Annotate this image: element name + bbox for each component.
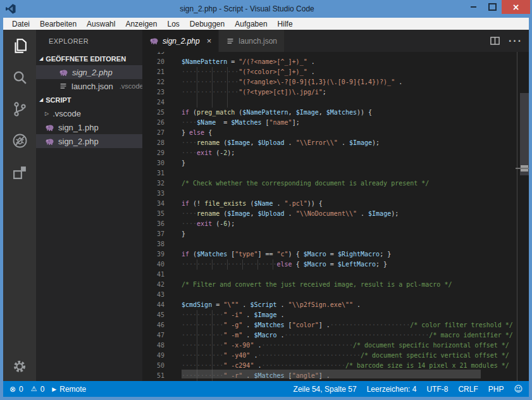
tab-launch-json[interactable]: launch.json [219, 30, 284, 52]
status-leerzeichen-4[interactable]: Leerzeichen: 4 [367, 385, 417, 394]
line-number: 33 [142, 189, 164, 199]
activity-search[interactable] [3, 61, 36, 93]
status-remote[interactable]: ▶Remote [52, 385, 86, 394]
menu-item-anzeigen[interactable]: Anzeigen [120, 20, 162, 28]
status-utf-8[interactable]: UTF-8 [426, 385, 448, 394]
code-line: 42/* Filter and convert the just receive… [142, 280, 529, 290]
status-zeile-54-spalte-57[interactable]: Zeile 54, Spalte 57 [294, 385, 357, 394]
code-line: 47···········" -m" . $Macro .···········… [142, 330, 529, 341]
line-content: } [164, 230, 185, 237]
item-label: launch.json [71, 82, 113, 91]
status-php[interactable]: PHP [488, 385, 504, 394]
activity-extensions[interactable] [3, 156, 36, 188]
line-content: ····exit (-6); [164, 220, 235, 227]
close-button[interactable]: × [502, 0, 530, 14]
line-number: 44 [142, 300, 164, 310]
maximize-button[interactable] [483, 0, 502, 14]
minimize-icon [471, 6, 476, 8]
more-button[interactable]: ··· [509, 35, 523, 47]
code-line: 38 [142, 239, 529, 249]
line-number: 46 [142, 320, 164, 330]
line-number: 25 [142, 108, 164, 118]
split-editor-button[interactable] [490, 35, 500, 46]
line-content: if (preg_match ($NamePattern, $Image, $M… [164, 109, 372, 116]
line-number: 34 [142, 199, 164, 209]
close-icon[interactable]: × [207, 37, 212, 45]
indent-guide [212, 259, 213, 270]
line-content: ···········" -y40" .····················… [164, 352, 509, 359]
code-line: 39if ($Matches ["type"] == "c") { $Macro… [142, 249, 529, 259]
line-number: 50 [142, 361, 164, 371]
window-title: sign_2.php - Script - Visual Studio Code [38, 0, 456, 18]
line-number: 35 [142, 209, 164, 219]
vscode-window: sign_2.php - Script - Visual Studio Code… [0, 0, 532, 400]
code-line: 19 [142, 52, 529, 57]
code-line: 41 [142, 270, 529, 280]
line-number: 28 [142, 138, 164, 148]
code-editor[interactable]: 1920$NamePattern = "/(?<name>[^_]+)_" .2… [142, 52, 529, 381]
line-content: ···············"(?<angle>\-?[0-9]{1,3}(\… [164, 78, 402, 85]
status-bar: ⊗0⚠0▶Remote Zeile 54, Spalte 57Leerzeich… [3, 381, 529, 397]
line-content: ····exit (-2); [164, 149, 235, 156]
status-0[interactable]: ⚠0 [31, 385, 45, 394]
line-number: 37 [142, 229, 164, 239]
section-header-script[interactable]: ◢SCRIPT [36, 93, 142, 106]
line-number: 20 [142, 57, 164, 67]
line-number: 47 [142, 330, 164, 341]
activity-files[interactable] [3, 30, 36, 61]
menu-item-aufgaben[interactable]: Aufgaben [230, 20, 272, 28]
code-line: 21···············"(?<color>[^_]+)_" . [142, 67, 529, 77]
folder-item-vscode[interactable]: ▷.vscode [36, 106, 142, 120]
code-line: 44$cmdSign = "\"" . $Script . "\\p2fSign… [142, 300, 529, 310]
debug-icon [12, 133, 28, 149]
file-item-launch-json[interactable]: launch.json.vscode [36, 79, 142, 93]
indent-guide [227, 259, 228, 270]
line-number: 30 [142, 158, 164, 168]
status-smiley[interactable]: ☺ [514, 384, 523, 394]
json-icon [59, 82, 68, 91]
code-line: 45···········" -i" . $Image . [142, 310, 529, 320]
warning-icon: ⚠ [31, 385, 37, 393]
tab-sign-2-php[interactable]: sign_2.php× [142, 30, 218, 52]
line-content: ····rename ($Image, $Upload . "\\NoDocum… [164, 210, 399, 217]
line-number: 19 [142, 52, 164, 57]
line-number: 45 [142, 310, 164, 320]
line-number: 21 [142, 67, 164, 77]
menu-bar: DateiBearbeitenAuswahlAnzeigenLosDebugge… [3, 18, 529, 30]
line-number: 51 [142, 371, 164, 381]
menu-item-hilfe[interactable]: Hilfe [273, 20, 298, 28]
files-icon [12, 38, 28, 54]
line-content [164, 170, 182, 177]
menu-item-datei[interactable]: Datei [7, 20, 35, 28]
line-content: ···············"(?<color>[^_]+)_" . [164, 68, 315, 75]
line-number: 39 [142, 249, 164, 259]
tab-bar: sign_2.php×launch.json [142, 30, 529, 52]
menu-item-debuggen[interactable]: Debuggen [185, 20, 230, 28]
activity-source-control[interactable] [3, 93, 36, 125]
activity-settings[interactable] [3, 359, 36, 373]
line-number: 49 [142, 351, 164, 361]
file-item-sign-2-php[interactable]: sign_2.php [36, 65, 142, 79]
line-content: ···········" -m" . $Macro .·············… [164, 332, 513, 339]
menu-item-auswahl[interactable]: Auswahl [82, 20, 120, 28]
vscode-logo-icon [5, 3, 16, 15]
line-number: 40 [142, 259, 164, 270]
chevron-expanded-icon: ◢ [39, 56, 43, 61]
code-line: 37} [142, 229, 529, 239]
scrollbar-marker[interactable] [521, 165, 528, 172]
menu-item-los[interactable]: Los [162, 20, 184, 28]
minimize-button[interactable] [464, 0, 483, 14]
line-number: 29 [142, 148, 164, 158]
file-item-sign-2-php[interactable]: sign_2.php [36, 134, 142, 148]
indent-guide [197, 67, 197, 108]
menu-item-bearbeiten[interactable]: Bearbeiten [35, 20, 82, 28]
section-header-ge-ffnete-editoren[interactable]: ◢GEÖFFNETE EDITOREN [36, 52, 142, 65]
status-0[interactable]: ⊗0 [9, 385, 23, 394]
vertical-scrollbar[interactable] [520, 93, 529, 175]
status-crlf[interactable]: CRLF [458, 385, 478, 394]
activity-debug[interactable] [3, 125, 36, 156]
file-item-sign-1-php[interactable]: sign_1.php [36, 120, 142, 134]
line-number: 26 [142, 118, 164, 128]
code-line: 28····rename ($Image, $Upload . "\\Error… [142, 138, 529, 148]
horizontal-scrollbar[interactable] [182, 370, 481, 378]
